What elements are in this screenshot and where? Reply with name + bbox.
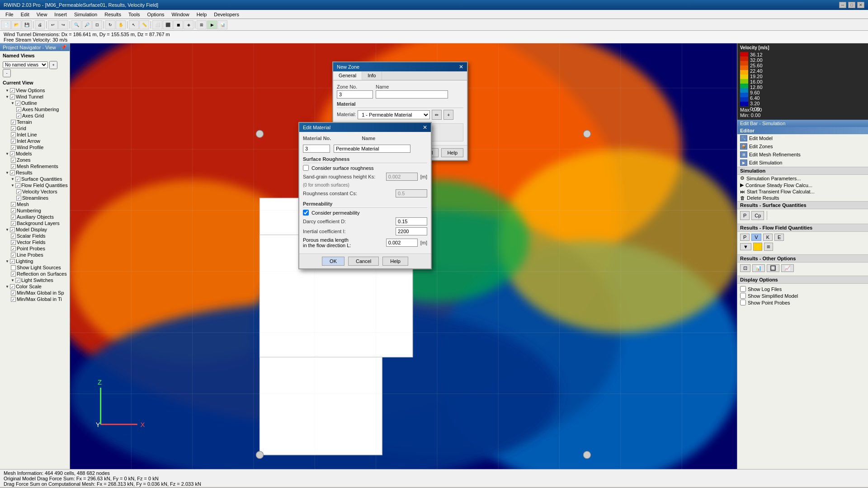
tree-flow-field-qty[interactable]: ▼ Flow Field Quantities	[0, 182, 70, 188]
tree-minmax-global-sp[interactable]: Min/Max Global in Sp	[0, 290, 70, 296]
tree-wind-profile[interactable]: Wind Profile	[0, 144, 70, 150]
tree-cb-reflection[interactable]	[11, 272, 16, 277]
tree-axes-grid[interactable]: Axes Grid	[0, 113, 70, 119]
edit-simulation-item[interactable]: ▶ Edit Simulation	[737, 159, 868, 167]
edit-mesh-item[interactable]: ⊞ Edit Mesh Refinements	[737, 150, 868, 159]
menu-file[interactable]: File	[2, 11, 17, 18]
toolbar-simulation-run[interactable]: ▶	[207, 20, 217, 29]
tree-line-probes[interactable]: Line Probes	[0, 252, 70, 258]
toolbar-print[interactable]: 🖨	[35, 20, 45, 29]
toolbar-measure[interactable]: 📏	[139, 20, 149, 29]
tree-cb-outline[interactable]	[15, 101, 20, 106]
zone-no-input[interactable]	[337, 90, 373, 99]
other-btn3[interactable]: 🔲	[767, 264, 779, 272]
tree-cb-flow-field-qty[interactable]	[15, 183, 20, 188]
tree-cb-vel-vectors[interactable]	[16, 189, 21, 194]
tree-vector-fields[interactable]: Vector Fields	[0, 239, 70, 245]
material-add-btn[interactable]: +	[443, 110, 453, 120]
toolbar-new[interactable]: 📄	[1, 20, 11, 29]
menu-results[interactable]: Results	[101, 11, 125, 18]
consider-permeability-checkbox[interactable]	[303, 210, 309, 216]
tree-cb-lighting[interactable]	[10, 259, 15, 264]
menu-insert[interactable]: Insert	[51, 11, 71, 18]
tree-view-options[interactable]: ▼ View Options	[0, 87, 70, 94]
toolbar-fit[interactable]: ⊡	[92, 20, 102, 29]
consider-roughness-checkbox[interactable]	[303, 165, 309, 171]
menu-options[interactable]: Options	[144, 11, 168, 18]
material-edit-btn[interactable]: ✏	[432, 110, 442, 120]
sim-params-item[interactable]: ⚙ Simulation Parameters...	[737, 175, 868, 182]
tree-model-display[interactable]: ▼ Model Display	[0, 226, 70, 233]
tree-zones[interactable]: Zones	[0, 157, 70, 163]
named-views-dropdown[interactable]: No named views	[3, 61, 48, 68]
toolbar-view-3d[interactable]: ◈	[184, 20, 193, 29]
edit-model-item[interactable]: 🔧 Edit Model	[737, 134, 868, 142]
tree-inlet-line[interactable]: Inlet Line	[0, 131, 70, 138]
flow-e-btn[interactable]: E	[774, 234, 784, 241]
tree-cb-models[interactable]	[10, 151, 15, 156]
flow-grid-btn[interactable]: ⊞	[764, 243, 773, 251]
tree-numbering[interactable]: Numbering	[0, 207, 70, 214]
tree-outline[interactable]: ▼ Outline	[0, 100, 70, 106]
tree-cb-inlet-line[interactable]	[11, 132, 16, 137]
edit-material-cancel-button[interactable]: Cancel	[348, 257, 379, 266]
surface-cp-btn[interactable]: Cp	[751, 211, 764, 220]
tree-cb-axes-grid[interactable]	[16, 113, 21, 118]
menu-help[interactable]: Help	[193, 11, 211, 18]
tree-cb-light-sources[interactable]	[11, 265, 16, 270]
tree-cb-mesh-ref[interactable]	[11, 164, 16, 169]
menu-view[interactable]: View	[33, 11, 51, 18]
other-btn1[interactable]: ⊡	[740, 264, 750, 272]
tree-cb-scalar-fields[interactable]	[11, 234, 16, 239]
toolbar-select[interactable]: ↖	[129, 20, 139, 29]
tree-cb-inlet-arrow[interactable]	[11, 139, 16, 144]
other-btn2[interactable]: 📊	[752, 264, 765, 272]
new-zone-tab-info[interactable]: Info	[362, 71, 382, 80]
tree-cb-wind-profile[interactable]	[11, 145, 16, 150]
menu-simulation[interactable]: Simulation	[71, 11, 101, 18]
flow-k-btn[interactable]: K	[763, 234, 773, 241]
mat-no-input[interactable]	[303, 145, 330, 153]
edit-material-help-button[interactable]: Help	[382, 257, 408, 266]
porous-input[interactable]	[386, 239, 418, 247]
menu-edit[interactable]: Edit	[17, 11, 33, 18]
tree-mesh[interactable]: Mesh	[0, 201, 70, 207]
tree-cb-zones[interactable]	[11, 158, 16, 163]
darcy-input[interactable]	[396, 217, 427, 225]
edit-material-ok-button[interactable]: OK	[322, 257, 344, 266]
tree-cb-results[interactable]	[10, 170, 15, 175]
tree-cb-mesh[interactable]	[11, 202, 16, 207]
zone-name-input[interactable]	[376, 90, 448, 99]
tree-auxiliary[interactable]: Auxiliary Objects	[0, 214, 70, 220]
tree-streamlines[interactable]: Streamlines	[0, 195, 70, 201]
tree-cb-surface-qty[interactable]	[15, 177, 20, 182]
toolbar-open[interactable]: 📂	[11, 20, 21, 29]
edit-material-close-button[interactable]: ✕	[423, 124, 427, 131]
edit-zones-item[interactable]: 📦 Edit Zones	[737, 142, 868, 150]
flow-select-btn[interactable]: ▼	[740, 243, 751, 250]
del-named-view-btn[interactable]: -	[3, 69, 11, 77]
tree-models[interactable]: ▼ Models	[0, 150, 70, 157]
inertial-input[interactable]	[396, 227, 427, 235]
tree-terrain[interactable]: Terrain	[0, 119, 70, 125]
surface-pressure-btn[interactable]: P	[740, 211, 750, 220]
tree-cb-color-scale[interactable]	[10, 284, 15, 289]
tree-light-switches[interactable]: ▼ Light Switches	[0, 277, 70, 283]
menu-window[interactable]: Window	[168, 11, 193, 18]
menu-tools[interactable]: Tools	[125, 11, 144, 18]
toolbar-view-front[interactable]: ⬛	[163, 20, 173, 29]
tree-cb-auxiliary[interactable]	[11, 215, 16, 220]
new-zone-help-button[interactable]: Help	[441, 148, 463, 157]
toolbar-view-top[interactable]: ⬜	[152, 20, 162, 29]
panel-pin-icon[interactable]: 📌	[61, 44, 67, 50]
tree-wind-tunnel[interactable]: ▼ Wind Tunnel	[0, 94, 70, 100]
tree-cb-axes-numbering[interactable]	[16, 107, 21, 112]
toolbar-redo[interactable]: ↪	[58, 20, 68, 29]
tree-grid[interactable]: Grid	[0, 125, 70, 131]
tree-background-layers[interactable]: Background Layers	[0, 220, 70, 226]
tree-cb-numbering[interactable]	[11, 208, 16, 213]
tree-point-probes[interactable]: Point Probes	[0, 245, 70, 252]
other-btn4[interactable]: 📈	[781, 264, 794, 272]
toolbar-save[interactable]: 💾	[22, 20, 32, 29]
close-button[interactable]: ✕	[857, 2, 864, 8]
